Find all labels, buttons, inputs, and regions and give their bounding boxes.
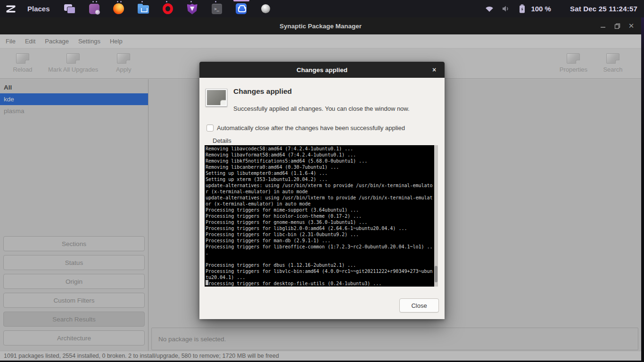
taskbar-terminal[interactable]: >_ [205,0,229,17]
clock[interactable]: Sat Dec 25 11:24:57 [570,5,637,13]
filter-list: All kde plasma [0,82,148,117]
dialog-header: Changes applied Successfully applied all… [199,78,445,112]
mark-all-upgrades-button[interactable]: Mark All Upgrades [41,52,105,74]
window-switcher-icon [64,4,75,14]
dialog-title: Changes applied [297,66,347,74]
active-app-indicator [233,0,249,1]
window-title: Synaptic Package Manager [280,23,362,30]
dialog-close-icon[interactable]: × [428,62,441,78]
file-manager-icon [138,5,149,14]
filter-item-plasma[interactable]: plasma [0,105,148,117]
close-window-button[interactable]: ✕ [624,20,638,32]
places-menu[interactable]: Places [22,5,58,13]
zorin-menu-button[interactable] [0,0,22,17]
properties-button[interactable]: Properties [553,52,594,74]
search-icon [606,53,619,64]
dialog-heading: Changes applied [233,87,410,96]
origin-button[interactable]: Origin [3,274,145,289]
running-indicator [117,1,118,2]
apply-label: Apply [116,66,132,73]
mark-all-upgrades-label: Mark All Upgrades [48,66,98,73]
running-indicator [166,1,167,2]
dialog-titlebar[interactable]: Changes applied × [199,62,445,78]
sidebar: All kde plasma Sections Status Origin Cu… [0,79,149,351]
software-store-icon [236,3,247,14]
package-detail-panel: No package is selected. [151,328,638,350]
statusbar-text: 1091 packages listed, 2554 installed, 0 … [4,353,279,359]
details-expander[interactable]: Details [213,137,445,144]
taskbar-brave[interactable] [180,0,205,17]
volume-icon[interactable] [502,5,510,12]
wifi-icon[interactable] [485,6,494,12]
terminal-output[interactable]: Removing libavcodec58:amd64 (7:4.2.4-1ub… [205,145,438,287]
desktop: Places [0,0,644,362]
sections-button[interactable]: Sections [3,236,145,251]
menubar: File Edit Package Settings Help [0,34,641,49]
running-indicator [120,1,122,2]
close-button[interactable]: Close [399,298,439,313]
minimize-button[interactable] [596,20,610,32]
taskbar-opera[interactable] [156,0,180,17]
brave-icon [187,3,198,15]
apply-button[interactable]: Apply [105,52,142,74]
opera-icon [163,3,173,14]
dialog-message: Successfully applied all changes. You ca… [233,105,410,112]
zorin-logo-icon [5,3,17,15]
menu-edit[interactable]: Edit [20,38,40,45]
running-indicator [141,1,143,2]
top-panel: Places [0,0,644,17]
sidebar-buttons: Sections Status Origin Custom Filters Se… [3,236,145,346]
reload-icon [16,53,29,64]
changes-applied-dialog: Changes applied × Changes applied Succes… [199,62,445,319]
architecture-button[interactable]: Architecture [3,330,145,346]
filter-item-kde[interactable]: kde [0,93,148,105]
terminal-scrollbar-thumb[interactable] [435,266,438,282]
search-button[interactable]: Search [594,52,632,74]
running-indicator [190,1,192,2]
terminal-cursor [206,280,208,285]
taskbar-window-switcher[interactable] [58,0,82,17]
reload-label: Reload [13,66,32,73]
reload-button[interactable]: Reload [4,52,41,74]
running-indicator [96,1,97,2]
search-results-button[interactable]: Search Results [3,312,145,327]
status-button[interactable]: Status [3,255,145,270]
running-indicator [92,1,94,2]
taskbar-settings[interactable] [82,0,107,17]
menu-package[interactable]: Package [40,38,74,45]
dialog-image-icon [206,89,227,107]
terminal-log: Removing libavcodec58:amd64 (7:4.2.4-1ub… [206,146,433,287]
battery-charging-icon[interactable] [519,4,526,14]
appearance-orb-icon [261,4,270,13]
battery-percent[interactable]: 100 % [531,5,551,13]
terminal-icon: >_ [212,4,222,14]
auto-close-label: Automatically close after the changes ha… [217,124,405,132]
menu-settings[interactable]: Settings [74,38,105,45]
taskbar-files[interactable] [131,0,156,17]
window-titlebar[interactable]: Synaptic Package Manager ✕ [0,17,641,34]
running-indicator [215,1,216,2]
settings-icon [89,4,99,14]
firefox-icon [113,3,124,14]
restore-button[interactable] [610,20,624,32]
mark-all-upgrades-icon [66,53,80,64]
filter-item-all[interactable]: All [0,82,148,93]
menu-file[interactable]: File [1,38,20,45]
apply-icon [117,53,130,64]
no-package-text: No package is selected. [158,336,226,343]
menu-help[interactable]: Help [105,38,127,45]
properties-icon [567,53,580,64]
taskbar-software-store[interactable] [229,0,254,17]
properties-label: Properties [560,66,587,73]
custom-filters-button[interactable]: Custom Filters [3,293,145,308]
statusbar: 1091 packages listed, 2554 installed, 0 … [0,351,641,361]
auto-close-checkbox[interactable] [206,124,214,132]
taskbar-firefox[interactable] [107,0,131,17]
terminal-scrollbar[interactable] [434,145,438,287]
taskbar-appearance[interactable] [254,0,278,17]
search-label: Search [603,66,622,73]
auto-close-row: Automatically close after the changes ha… [206,124,445,132]
